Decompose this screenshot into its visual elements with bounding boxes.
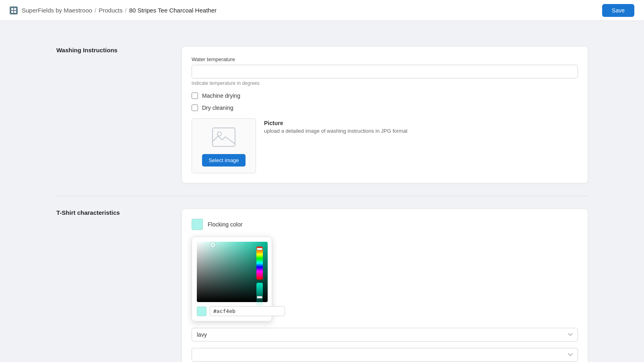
dry-cleaning-label[interactable]: Dry cleaning <box>202 105 233 111</box>
breadcrumb: SuperFields by Maestrooo / Products / 80… <box>10 6 217 14</box>
color-hex-row <box>197 306 267 316</box>
svg-rect-2 <box>11 11 13 13</box>
dry-cleaning-row: Dry cleaning <box>192 105 578 111</box>
flocking-color-select[interactable]: lavy navy white black <box>192 328 578 341</box>
sliders-col <box>256 247 263 307</box>
select-image-button[interactable]: Select image <box>202 154 245 167</box>
page-content: Washing Instructions Water temperature i… <box>40 21 604 362</box>
svg-rect-0 <box>11 8 13 10</box>
picture-description: upload a detailed image of washing instr… <box>264 128 407 134</box>
water-temp-input[interactable] <box>192 65 578 78</box>
washing-label-col: Washing Instructions <box>56 47 169 183</box>
dry-cleaning-checkbox[interactable] <box>192 105 198 111</box>
tshirt-section-title: T-Shirt characteristics <box>56 209 169 216</box>
opacity-handle <box>257 296 262 298</box>
breadcrumb-sep1: / <box>95 7 96 14</box>
image-placeholder-icon <box>208 125 240 149</box>
color-picker-popup <box>192 237 272 321</box>
washing-card: Water temperature indicate temperature i… <box>182 47 588 183</box>
breadcrumb-app[interactable]: SuperFields by Maestrooo <box>22 7 92 14</box>
top-bar: SuperFields by Maestrooo / Products / 80… <box>0 0 644 21</box>
picture-upload-area: Select image Picture upload a detailed i… <box>192 118 578 173</box>
image-info-col: Picture upload a detailed image of washi… <box>264 118 407 134</box>
color-gradient-container <box>197 242 268 302</box>
color-hex-swatch <box>197 306 206 316</box>
tshirt-label-col: T-Shirt characteristics <box>56 209 169 362</box>
tshirt-section: T-Shirt characteristics Flocking color <box>56 196 588 362</box>
svg-point-5 <box>217 132 221 136</box>
svg-rect-3 <box>14 11 16 13</box>
second-dropdown-group <box>192 348 578 362</box>
breadcrumb-sep2: / <box>125 7 126 14</box>
breadcrumb-current: 80 Stripes Tee Charcoal Heather <box>129 7 217 14</box>
svg-rect-1 <box>14 8 16 10</box>
hue-handle <box>257 248 262 250</box>
breadcrumb-products[interactable]: Products <box>99 7 122 14</box>
water-temp-label: Water temperature <box>192 56 578 62</box>
machine-drying-row: Machine drying <box>192 93 578 99</box>
machine-drying-label[interactable]: Machine drying <box>202 93 240 99</box>
hue-slider[interactable] <box>256 247 263 280</box>
machine-drying-checkbox[interactable] <box>192 93 198 99</box>
image-box: Select image <box>192 118 256 173</box>
washing-content-col: Water temperature indicate temperature i… <box>182 47 588 183</box>
app-icon <box>10 6 18 14</box>
washing-section-title: Washing Instructions <box>56 47 169 53</box>
opacity-slider[interactable] <box>256 283 263 307</box>
water-temp-hint: indicate temperature in degrees <box>192 80 578 86</box>
color-dropdown-group: lavy navy white black <box>192 328 578 341</box>
flocking-color-label: Flocking color <box>208 221 242 228</box>
tshirt-card: Flocking color <box>182 209 588 362</box>
svg-rect-4 <box>213 128 235 146</box>
color-hex-input[interactable] <box>210 306 285 316</box>
second-select[interactable] <box>192 348 578 362</box>
water-temp-group: Water temperature indicate temperature i… <box>192 56 578 86</box>
washing-instructions-section: Washing Instructions Water temperature i… <box>56 34 588 196</box>
flocking-color-row: Flocking color <box>192 219 578 230</box>
tshirt-content-col: Flocking color <box>182 209 588 362</box>
picture-title: Picture <box>264 120 407 126</box>
flocking-color-swatch[interactable] <box>192 219 203 230</box>
save-button[interactable]: Save <box>602 4 634 17</box>
